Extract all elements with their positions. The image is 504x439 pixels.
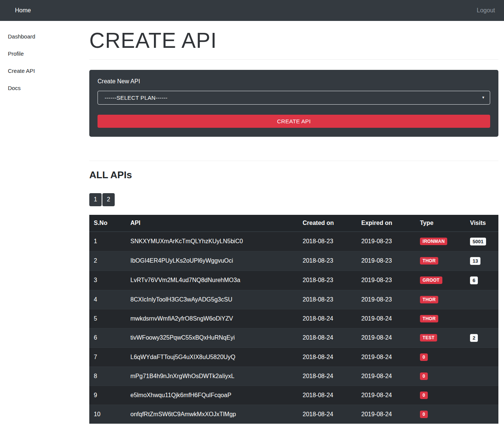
column-header-expired-on: Expired on xyxy=(357,215,415,232)
table-row: 48CXIcInlyToolH3GC3wAyADG5g3cSU2018-08-2… xyxy=(89,290,498,309)
created-cell: 2018-08-24 xyxy=(298,386,357,405)
visits-cell: 2 xyxy=(466,328,498,347)
type-badge: GROOT xyxy=(420,276,442,284)
type-badge: 0 xyxy=(420,411,428,418)
sno-cell: 8 xyxy=(89,367,126,386)
plan-select-wrap: ------SELECT PLAN------ ▼ xyxy=(98,91,490,105)
created-cell: 2018-08-23 xyxy=(298,232,357,251)
sidebar-item-profile[interactable]: Profile xyxy=(8,47,89,60)
column-header-visits: Visits xyxy=(466,215,498,232)
sno-cell: 1 xyxy=(89,232,126,251)
expired-cell: 2019-08-23 xyxy=(357,270,415,290)
type-badge: 0 xyxy=(420,353,428,361)
divider xyxy=(89,59,498,60)
plan-select[interactable]: ------SELECT PLAN------ xyxy=(98,91,490,105)
api-cell: mwkdsrnvWmfiA2yfrO8SngW6oDiYZV xyxy=(126,309,298,328)
page-layout: DashboardProfileCreate APIDocs CREATE AP… xyxy=(0,21,504,439)
visits-cell xyxy=(466,347,498,367)
visits-cell: 6 xyxy=(466,270,498,290)
api-cell: LvRTv76VVm2ML4ud7NQ8dNurehMO3a xyxy=(126,270,298,290)
type-cell: 0 xyxy=(415,386,466,405)
sno-cell: 5 xyxy=(89,309,126,328)
table-row: 7L6qWYdaFTTouj5G4uXIX8uU5820UyQ2018-08-2… xyxy=(89,347,498,367)
type-badge: THOR xyxy=(420,315,438,322)
api-cell: onfqfRtZmSW6tC9AmwkMxXOJxTlMgp xyxy=(126,405,298,424)
table-row: 2IbOGI4ER4PUyLKs2oUPl6yWggvuOci2018-08-2… xyxy=(89,251,498,270)
api-table: S.NoAPICreated onExpired onTypeVisits 1S… xyxy=(89,215,498,424)
expired-cell: 2019-08-24 xyxy=(357,328,415,347)
sidebar-item-docs[interactable]: Docs xyxy=(8,81,89,95)
type-badge: TEST xyxy=(420,334,437,341)
create-api-panel: Create New API ------SELECT PLAN------ ▼… xyxy=(89,70,498,137)
column-header-s-no: S.No xyxy=(89,215,126,232)
type-cell: 0 xyxy=(415,367,466,386)
created-cell: 2018-08-23 xyxy=(298,251,357,270)
visits-badge: 13 xyxy=(470,257,480,265)
sno-cell: 9 xyxy=(89,386,126,405)
table-row: 3LvRTv76VVm2ML4ud7NQ8dNurehMO3a2018-08-2… xyxy=(89,270,498,290)
type-badge: THOR xyxy=(420,296,438,303)
table-row: 9e5lmoXhwqu11Qjk6mfH6FQulFcqoaP2018-08-2… xyxy=(89,386,498,405)
api-cell: L6qWYdaFTTouj5G4uXIX8uU5820UyQ xyxy=(126,347,298,367)
table-body: 1SNKXYMUXmArKcTmQLYhzKUyLN5biC02018-08-2… xyxy=(89,232,498,424)
sidebar-item-dashboard[interactable]: Dashboard xyxy=(8,30,89,43)
pagination-page-1[interactable]: 1 xyxy=(89,193,102,206)
sno-cell: 4 xyxy=(89,290,126,309)
sno-cell: 6 xyxy=(89,328,126,347)
table-row: 10onfqfRtZmSW6tC9AmwkMxXOJxTlMgp2018-08-… xyxy=(89,405,498,424)
type-badge: 0 xyxy=(420,372,428,380)
type-cell: GROOT xyxy=(415,270,466,290)
visits-badge: 2 xyxy=(470,334,478,342)
expired-cell: 2019-08-23 xyxy=(357,251,415,270)
create-api-button[interactable]: CREATE API xyxy=(98,115,490,128)
type-cell: 0 xyxy=(415,405,466,424)
api-cell: 8CXIcInlyToolH3GC3wAyADG5g3cSU xyxy=(126,290,298,309)
type-cell: IRONMAN xyxy=(415,232,466,251)
expired-cell: 2019-08-23 xyxy=(357,290,415,309)
api-cell: SNKXYMUXmArKcTmQLYhzKUyLN5biC0 xyxy=(126,232,298,251)
type-badge: IRONMAN xyxy=(420,238,447,245)
type-cell: THOR xyxy=(415,290,466,309)
home-link[interactable]: Home xyxy=(15,7,31,14)
expired-cell: 2019-08-24 xyxy=(357,347,415,367)
api-cell: mPg71B4h9nJnXrgWhOsDWTk2aIiyxL xyxy=(126,367,298,386)
logout-link[interactable]: Logout xyxy=(477,7,495,14)
created-cell: 2018-08-24 xyxy=(298,347,357,367)
sno-cell: 2 xyxy=(89,251,126,270)
divider xyxy=(89,161,498,161)
visits-badge: 6 xyxy=(470,276,478,284)
created-cell: 2018-08-24 xyxy=(298,367,357,386)
visits-cell xyxy=(466,290,498,309)
sidebar: DashboardProfileCreate APIDocs xyxy=(0,21,89,99)
visits-cell: 13 xyxy=(466,251,498,270)
created-cell: 2018-08-24 xyxy=(298,309,357,328)
type-cell: TEST xyxy=(415,328,466,347)
visits-cell: 5001 xyxy=(466,232,498,251)
type-cell: THOR xyxy=(415,251,466,270)
type-badge: THOR xyxy=(420,257,438,265)
sidebar-item-create-api[interactable]: Create API xyxy=(8,64,89,77)
sno-cell: 3 xyxy=(89,270,126,290)
column-header-created-on: Created on xyxy=(298,215,357,232)
visits-cell xyxy=(466,309,498,328)
main-content: CREATE API Create New API ------SELECT P… xyxy=(89,21,504,439)
created-cell: 2018-08-24 xyxy=(298,328,357,347)
expired-cell: 2019-08-23 xyxy=(357,232,415,251)
expired-cell: 2019-08-24 xyxy=(357,386,415,405)
pagination: 12 xyxy=(89,193,498,206)
pagination-page-2[interactable]: 2 xyxy=(102,193,115,206)
created-cell: 2018-08-23 xyxy=(298,290,357,309)
type-badge: 0 xyxy=(420,392,428,399)
type-cell: 0 xyxy=(415,347,466,367)
visits-cell xyxy=(466,386,498,405)
visits-badge: 5001 xyxy=(470,238,486,245)
all-apis-title: ALL APIs xyxy=(89,169,498,181)
visits-cell xyxy=(466,367,498,386)
type-cell: THOR xyxy=(415,309,466,328)
table-header-row: S.NoAPICreated onExpired onTypeVisits xyxy=(89,215,498,232)
expired-cell: 2019-08-24 xyxy=(357,309,415,328)
created-cell: 2018-08-24 xyxy=(298,405,357,424)
column-header-api: API xyxy=(126,215,298,232)
table-row: 6tivWFoowy325PqwC55xBQxHuRNqEyi2018-08-2… xyxy=(89,328,498,347)
table-row: 1SNKXYMUXmArKcTmQLYhzKUyLN5biC02018-08-2… xyxy=(89,232,498,251)
